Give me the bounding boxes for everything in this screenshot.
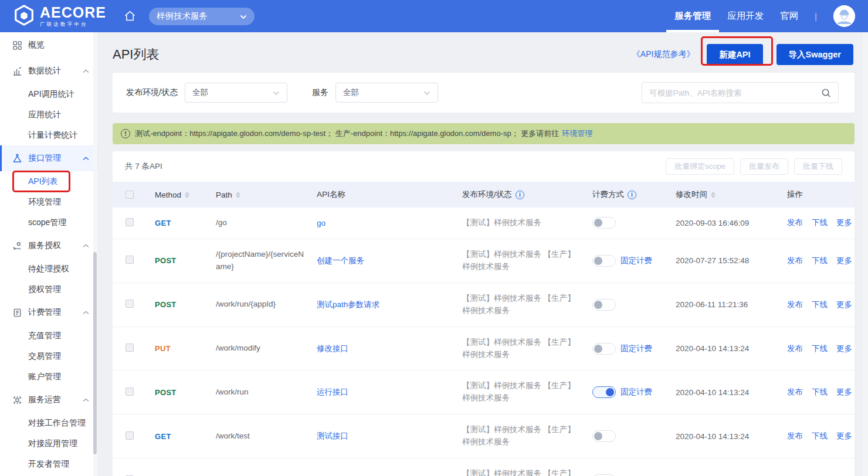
env-status-text: 【测试】样例技术服务 【生产】样例技术服务 — [462, 293, 592, 317]
env-status-filter-select[interactable]: 全部 — [185, 83, 287, 103]
api-management-icon — [12, 153, 22, 164]
import-swagger-button[interactable]: 导入Swagger — [777, 44, 853, 65]
info-icon[interactable] — [628, 191, 636, 199]
sidebar-item-integration-app-management[interactable]: 对接应用管理 — [0, 433, 97, 454]
data-stats-icon — [12, 66, 22, 76]
billing-type-link[interactable]: 固定计费 — [621, 387, 652, 397]
search-icon[interactable] — [821, 88, 831, 98]
more-action[interactable]: 更多 — [836, 300, 852, 310]
publish-action[interactable]: 发布 — [787, 300, 803, 310]
sidebar-item-pending-auth[interactable]: 待处理授权 — [0, 259, 97, 279]
env-status-text: 【测试】样例技术服务 【生产】样例技术服务 — [462, 336, 592, 361]
nav-item-service-management[interactable]: 服务管理 — [674, 0, 711, 32]
publish-action[interactable]: 发布 — [787, 344, 803, 354]
sidebar-group-api-management[interactable]: 接口管理 — [0, 145, 97, 171]
sort-icon[interactable] — [711, 192, 716, 198]
sidebar-item-api-list[interactable]: API列表 — [0, 171, 97, 192]
more-action[interactable]: 更多 — [836, 387, 852, 397]
sort-icon[interactable] — [185, 192, 189, 198]
api-name-link[interactable]: 创建一个服务 — [317, 256, 462, 266]
chevron-up-icon[interactable] — [83, 398, 89, 402]
billing-toggle[interactable] — [592, 217, 616, 229]
sidebar-item-workbench-management[interactable]: 对接工作台管理 — [0, 413, 97, 433]
user-avatar[interactable] — [833, 5, 855, 27]
chevron-up-icon[interactable] — [83, 157, 89, 161]
env-management-link[interactable]: 环境管理 — [562, 128, 592, 139]
billing-type-link[interactable]: 固定计费 — [621, 256, 652, 266]
column-header-billing: 计费方式 — [592, 189, 624, 200]
api-name-link[interactable]: 运行接口 — [317, 387, 462, 397]
more-action[interactable]: 更多 — [836, 217, 852, 228]
api-name-link[interactable]: 测试path参数请求 — [317, 300, 462, 310]
row-checkbox[interactable] — [126, 300, 134, 308]
publish-action[interactable]: 发布 — [787, 256, 803, 266]
top-navigation: 服务管理 应用开发 官网 | — [674, 0, 855, 32]
sidebar-item-metering-billing-stats[interactable]: 计量计费统计 — [0, 125, 97, 145]
billing-toggle[interactable] — [592, 255, 616, 267]
method-badge: GET — [155, 432, 216, 441]
operations-icon — [12, 395, 22, 405]
sidebar-group-data-stats[interactable]: 数据统计 — [0, 58, 97, 84]
sidebar-item-app-stats[interactable]: 应用统计 — [0, 104, 97, 125]
batch-offline-button[interactable]: 批量下线 — [794, 158, 842, 175]
sidebar-item-env-management[interactable]: 环境管理 — [0, 192, 97, 212]
home-icon[interactable] — [124, 10, 136, 22]
publish-action[interactable]: 发布 — [787, 431, 803, 441]
sidebar-scrollbar-thumb[interactable] — [93, 252, 97, 454]
publish-action[interactable]: 发布 — [787, 217, 803, 228]
offline-action[interactable]: 下线 — [812, 344, 828, 354]
api-spec-reference-link[interactable]: 《API规范参考》 — [632, 49, 695, 60]
batch-bind-scope-button[interactable]: 批量绑定scope — [666, 158, 734, 175]
offline-action[interactable]: 下线 — [812, 256, 828, 266]
sidebar-item-auth-management[interactable]: 授权管理 — [0, 279, 97, 300]
search-box — [642, 82, 839, 103]
chevron-up-icon[interactable] — [83, 311, 89, 315]
offline-action[interactable]: 下线 — [812, 431, 828, 441]
publish-action[interactable]: 发布 — [787, 387, 803, 397]
billing-toggle[interactable] — [592, 343, 616, 355]
billing-toggle[interactable] — [592, 386, 616, 398]
sort-icon[interactable] — [236, 192, 240, 198]
method-badge: POST — [155, 256, 216, 265]
sidebar-item-api-call-stats[interactable]: API调用统计 — [0, 84, 97, 104]
nav-item-app-development[interactable]: 应用开发 — [727, 0, 764, 32]
chevron-up-icon[interactable] — [83, 69, 89, 73]
batch-publish-button[interactable]: 批量发布 — [740, 158, 788, 175]
row-checkbox[interactable] — [126, 387, 134, 396]
row-checkbox[interactable] — [126, 344, 134, 352]
billing-type-link[interactable]: 固定计费 — [621, 344, 652, 354]
sidebar-item-recharge-management[interactable]: 充值管理 — [0, 325, 97, 346]
api-name-link[interactable]: go — [317, 219, 462, 227]
sidebar-item-overview[interactable]: 概览 — [0, 32, 97, 58]
sidebar-group-billing-management[interactable]: 计费管理 — [0, 300, 97, 325]
offline-action[interactable]: 下线 — [812, 217, 828, 228]
row-checkbox[interactable] — [126, 431, 134, 440]
sidebar-item-account-management[interactable]: 账户管理 — [0, 366, 97, 387]
service-selector-dropdown[interactable]: 样例技术服务 — [149, 8, 255, 25]
row-checkbox[interactable] — [126, 218, 134, 226]
offline-action[interactable]: 下线 — [812, 300, 828, 310]
sidebar-group-service-auth[interactable]: 服务授权 — [0, 233, 97, 259]
more-action[interactable]: 更多 — [836, 344, 852, 354]
more-action[interactable]: 更多 — [836, 431, 852, 441]
more-action[interactable]: 更多 — [836, 256, 852, 266]
select-all-checkbox[interactable] — [126, 191, 134, 199]
row-checkbox[interactable] — [126, 256, 134, 264]
billing-toggle[interactable] — [592, 430, 616, 442]
sidebar-item-scope-management[interactable]: scope管理 — [0, 212, 97, 233]
info-icon[interactable] — [516, 191, 524, 199]
billing-toggle[interactable] — [592, 299, 616, 311]
create-api-button[interactable]: 新建API — [707, 44, 762, 65]
nav-item-official-site[interactable]: 官网 — [780, 0, 798, 32]
sidebar-item-label: 充值管理 — [28, 331, 61, 341]
sidebar-group-service-operations[interactable]: 服务运营 — [0, 387, 97, 413]
chevron-up-icon[interactable] — [83, 244, 89, 248]
service-filter-select[interactable]: 全部 — [335, 83, 438, 103]
offline-action[interactable]: 下线 — [812, 387, 828, 397]
api-name-link[interactable]: 测试接口 — [317, 431, 462, 441]
search-input[interactable] — [649, 89, 821, 97]
page-scrollbar-track[interactable] — [863, 32, 868, 476]
api-name-link[interactable]: 修改接口 — [317, 344, 462, 354]
sidebar-item-transaction-management[interactable]: 交易管理 — [0, 346, 97, 366]
sidebar-item-developer-management[interactable]: 开发者管理 — [0, 454, 97, 474]
